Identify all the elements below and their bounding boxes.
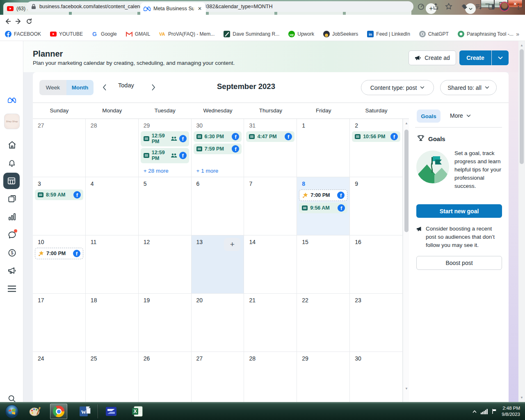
action-center-flag-icon[interactable] [492, 409, 498, 414]
bookmark-item[interactable]: Dave Sumindang R... [224, 31, 279, 37]
bookmark-item[interactable]: GMAIL [126, 31, 150, 37]
scheduled-post-pill[interactable]: 6:30 PMf [194, 131, 242, 142]
taskbar-paint-button[interactable] [26, 404, 43, 419]
forward-icon[interactable] [13, 16, 24, 27]
calendar-cell[interactable]: 210:56 PMf [350, 119, 403, 177]
boost-post-button[interactable]: Boost post [416, 256, 502, 270]
speed-insights-icon[interactable] [415, 1, 427, 12]
bookmark-item[interactable]: Paraphrasing Tool -... [458, 31, 514, 37]
reading-list-icon[interactable] [472, 1, 484, 12]
calendar-cell[interactable]: 27 [192, 352, 244, 402]
create-button[interactable]: Create [459, 50, 491, 65]
calendar-cell[interactable]: 23 [350, 294, 403, 352]
bookmark-item[interactable]: ChatGPT [419, 31, 449, 37]
calendar-cell[interactable]: 15 [297, 235, 350, 294]
scheduled-post-pill[interactable]: 12:59 PMf [141, 148, 189, 163]
bookmarks-overflow-icon[interactable]: » [516, 31, 519, 37]
sidebar-item-search[interactable] [7, 394, 17, 402]
taskbar-excel-button[interactable]: X [129, 404, 146, 419]
reload-icon[interactable] [24, 16, 34, 27]
scroll-down-icon[interactable]: ▼ [518, 396, 525, 399]
sidebar-item-ads[interactable] [7, 266, 17, 276]
suggested-post-pill[interactable]: 7:00 PMf [299, 189, 347, 201]
extensions-icon[interactable] [459, 1, 470, 12]
scrollbar-thumb[interactable] [404, 130, 409, 232]
suggested-post-pill[interactable]: 7:00 PMf [35, 248, 83, 259]
scrollbar-thumb[interactable] [520, 49, 524, 164]
scroll-up-icon[interactable]: ▲ [403, 121, 410, 125]
calendar-cell[interactable]: 22 [297, 294, 350, 352]
calendar-cell[interactable]: 306:30 PMf7:59 PMf+ 1 more [192, 119, 244, 177]
scheduled-post-pill[interactable]: 4:47 PMf [246, 131, 294, 142]
next-month-icon[interactable] [148, 82, 158, 92]
bookmark-item[interactable]: JobSeekers [323, 31, 358, 37]
sidebar-item-notifications[interactable] [7, 158, 17, 168]
tab-more[interactable]: More [450, 112, 471, 119]
back-icon[interactable] [2, 16, 13, 27]
calendar-cell[interactable]: 29 [297, 352, 350, 402]
prev-month-icon[interactable] [100, 82, 110, 92]
calendar-cell[interactable]: 17 [33, 294, 86, 352]
tab-close-icon[interactable]: ✕ [197, 6, 203, 11]
calendar-cell[interactable]: 11 [86, 235, 139, 294]
side-panel-icon[interactable] [486, 1, 497, 12]
sidebar-item-home[interactable] [7, 140, 17, 150]
calendar-cell[interactable]: 14 [244, 235, 297, 294]
calendar-cell[interactable]: 25 [86, 352, 139, 402]
network-icon[interactable] [481, 409, 488, 414]
bookmark-item[interactable]: VAProVA(FAQ) - Mem... [159, 31, 215, 37]
calendar-cell[interactable]: 314:47 PMf [244, 119, 297, 177]
bookmark-star-icon[interactable] [443, 1, 454, 12]
calendar-cell[interactable]: 12 [139, 235, 192, 294]
more-posts-link[interactable]: + 28 more [139, 168, 191, 177]
calendar-cell[interactable]: 26 [139, 352, 192, 402]
calendar-cell[interactable]: 5 [139, 177, 192, 235]
scheduled-post-pill[interactable]: 10:56 PMf [352, 131, 400, 142]
url-bar[interactable]: business.facebook.com/latest/content_cal… [26, 1, 413, 12]
sidebar-item-meta-logo[interactable] [4, 92, 20, 108]
sidebar-item-content[interactable] [7, 194, 17, 203]
today-button[interactable]: Today [118, 82, 134, 89]
hidden-icons-arrow[interactable] [472, 410, 477, 413]
tab-goals[interactable]: Goals [417, 110, 441, 123]
calendar-cell[interactable]: 1 [297, 119, 350, 177]
more-posts-link[interactable]: + 1 more [192, 168, 244, 177]
share-icon[interactable] [430, 1, 441, 12]
taskbar-word-button[interactable]: W [76, 404, 94, 419]
browser-tab[interactable]: Meta Business Suite✕ [140, 2, 206, 15]
calendar-cell[interactable]: 107:00 PMf [33, 235, 86, 294]
calendar-cell[interactable]: 2912:59 PMf12:59 PMf+ 28 more [139, 119, 192, 177]
week-toggle[interactable]: Week [39, 80, 66, 95]
scroll-up-icon[interactable]: ▲ [518, 43, 525, 47]
taskbar-chrome-button[interactable] [50, 404, 67, 419]
calendar-cell[interactable]: 4 [86, 177, 139, 235]
calendar-cell[interactable]: 30 [350, 352, 403, 402]
calendar-cell[interactable]: 24 [33, 352, 86, 402]
create-ad-button[interactable]: Create ad [409, 50, 456, 65]
calendar-cell[interactable]: 28 [86, 119, 139, 177]
scheduled-post-pill[interactable]: 7:59 PMf [194, 144, 242, 154]
content-type-filter[interactable]: Content type: post [361, 80, 434, 95]
sidebar-item-planner[interactable] [3, 173, 20, 189]
month-toggle[interactable]: Month [66, 80, 94, 95]
calendar-cell[interactable]: 28 [244, 352, 297, 402]
taskbar-start-button[interactable] [3, 404, 21, 419]
shared-to-filter[interactable]: Shared to: all [440, 80, 497, 95]
calendar-cell[interactable]: 27 [33, 119, 86, 177]
taskbar-scanner-button[interactable] [103, 404, 120, 419]
sidebar-item-insights[interactable] [7, 212, 17, 221]
sidebar-item-monetization[interactable]: $ [7, 248, 17, 258]
calendar-cell[interactable]: 38:59 AMf [33, 177, 86, 235]
calendar-cell[interactable]: 87:00 PMf9:56 AMf [297, 177, 350, 235]
calendar-cell[interactable]: 6 [192, 177, 244, 235]
calendar-cell[interactable]: 19 [139, 294, 192, 352]
start-new-goal-button[interactable]: Start new goal [416, 204, 502, 218]
calendar-cell[interactable]: 7 [244, 177, 297, 235]
calendar-cell[interactable]: 9 [350, 177, 403, 235]
bookmark-item[interactable]: FACEBOOK [5, 31, 41, 37]
scroll-down-icon[interactable]: ▼ [403, 387, 410, 390]
page-scrollbar[interactable]: ▲ ▼ [518, 41, 525, 402]
bookmark-item[interactable]: upUpwork [288, 31, 314, 37]
calendar-cell[interactable]: 21 [244, 294, 297, 352]
add-post-button[interactable]: + [224, 238, 240, 251]
